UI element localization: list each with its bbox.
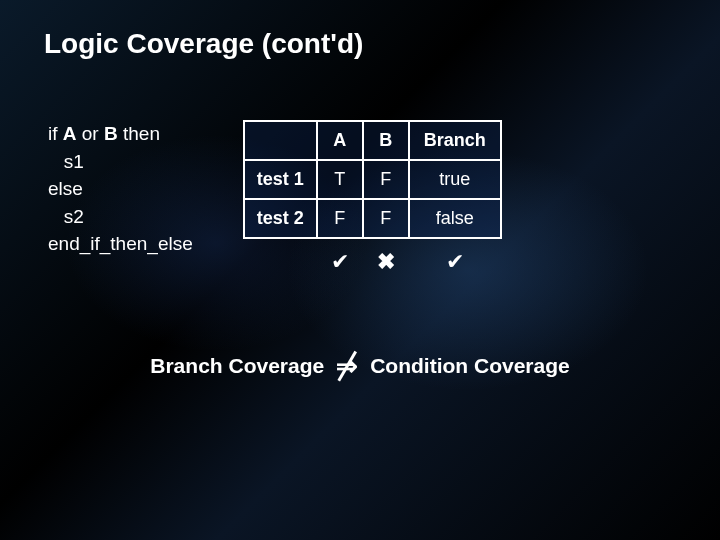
code-l4: s2 — [48, 206, 84, 227]
code-l1-pre: if — [48, 123, 63, 144]
table-row: test 2 F F false — [244, 199, 501, 238]
code-l1-mid: or — [77, 123, 104, 144]
row-label: test 1 — [244, 160, 317, 199]
conclusion: Branch Coverage ⇒ Condition Coverage — [44, 353, 676, 379]
table-row: test 1 T F true — [244, 160, 501, 199]
cell-branch: true — [409, 160, 501, 199]
code-l5: end_if_then_else — [48, 233, 193, 254]
check-icon: ✔ — [409, 238, 501, 283]
table-wrap: A B Branch test 1 T F true test 2 F F fa… — [243, 120, 676, 283]
th-b: B — [363, 121, 409, 160]
th-a: A — [317, 121, 363, 160]
table-header-row: A B Branch — [244, 121, 501, 160]
content-row: if A or B then s1 else s2 end_if_then_el… — [44, 120, 676, 283]
cell-b: F — [363, 160, 409, 199]
th-branch: Branch — [409, 121, 501, 160]
cell-a: T — [317, 160, 363, 199]
cell-b: F — [363, 199, 409, 238]
code-l3: else — [48, 178, 83, 199]
conclusion-right: Condition Coverage — [370, 354, 570, 378]
conclusion-left: Branch Coverage — [150, 354, 324, 378]
coverage-table: A B Branch test 1 T F true test 2 F F fa… — [243, 120, 502, 283]
mark-empty — [244, 238, 317, 283]
code-var-a: A — [63, 123, 77, 144]
code-block: if A or B then s1 else s2 end_if_then_el… — [48, 120, 193, 258]
slide-title: Logic Coverage (cont'd) — [44, 28, 676, 60]
cell-a: F — [317, 199, 363, 238]
code-var-b: B — [104, 123, 118, 144]
cell-branch: false — [409, 199, 501, 238]
row-label: test 2 — [244, 199, 317, 238]
code-l2: s1 — [48, 151, 84, 172]
th-empty — [244, 121, 317, 160]
not-implies-icon: ⇒ — [334, 353, 360, 379]
check-icon: ✔ — [317, 238, 363, 283]
cross-icon: ✖ — [363, 238, 409, 283]
coverage-marks-row: ✔ ✖ ✔ — [244, 238, 501, 283]
code-l1-post: then — [118, 123, 160, 144]
